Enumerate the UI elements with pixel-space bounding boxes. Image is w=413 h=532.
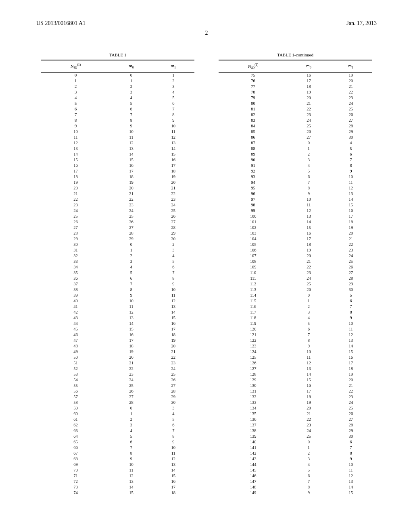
table-cell: 6 — [330, 298, 372, 304]
table-cell: 0 — [288, 293, 330, 298]
table-row: 232324 — [41, 202, 194, 208]
table-cell: 3 — [288, 157, 330, 163]
table-row: 445 — [41, 95, 194, 101]
table-cell: 12 — [110, 310, 152, 315]
table-row: 1001317 — [219, 214, 372, 219]
table-cell: 22 — [110, 197, 152, 202]
table-cell: 25 — [110, 383, 152, 389]
table-cell: 14 — [110, 321, 152, 326]
table-cell: 30 — [330, 434, 372, 439]
table-row: 3335 — [41, 259, 194, 264]
table-cell: 13 — [288, 214, 330, 219]
table-row: 145511 — [219, 468, 372, 473]
table-cell: 134 — [219, 405, 288, 411]
table-cell: 16 — [41, 163, 110, 168]
table-cell: 54 — [41, 377, 110, 383]
table-cell: 13 — [288, 366, 330, 372]
table-cell: 104 — [219, 236, 288, 242]
table-cell: 7 — [288, 479, 330, 484]
table-cell: 18 — [288, 242, 330, 247]
table-cell: 23 — [110, 372, 152, 377]
table-cell: 12 — [110, 140, 152, 146]
table-cell: 24 — [152, 366, 194, 372]
table-cell: 19 — [288, 247, 330, 253]
table-cell: 92 — [219, 168, 288, 174]
table-cell: 4 — [41, 95, 110, 101]
table-cell: 14 — [110, 484, 152, 490]
table-cell: 7 — [152, 270, 194, 276]
table-row: 202021 — [41, 185, 194, 191]
table-row: 1392530 — [219, 434, 372, 439]
table-cell: 78 — [219, 89, 288, 95]
table-cell: 13 — [152, 140, 194, 146]
table-row: 421214 — [41, 310, 194, 315]
table-row: 461618 — [41, 332, 194, 338]
table-cell: 8 — [110, 118, 152, 123]
table-cell: 15 — [330, 349, 372, 355]
table-cell: 66 — [41, 445, 110, 451]
table-cell: 5 — [152, 259, 194, 264]
patent-number: US 2013/0016801 A1 — [36, 20, 86, 27]
table-cell: 21 — [330, 84, 372, 89]
table-row: 121213 — [41, 140, 194, 146]
table-cell: 18 — [152, 168, 194, 174]
table-cell: 12 — [41, 140, 110, 146]
table-row: 14006 — [219, 439, 372, 445]
table-cell: 20 — [152, 343, 194, 349]
table-cell: 16 — [330, 208, 372, 214]
table-row: 3113 — [41, 247, 194, 253]
table-row: 6014 — [41, 411, 194, 417]
table-cell: 6 — [110, 276, 152, 281]
table-row: 491921 — [41, 349, 194, 355]
table-cell: 149 — [219, 490, 288, 496]
table-row: 1132630 — [219, 287, 372, 293]
table-cell: 107 — [219, 253, 288, 259]
table-row: 5903 — [41, 405, 194, 411]
table-cell: 11 — [330, 180, 372, 185]
table-cell: 6 — [330, 439, 372, 445]
table-cell: 1 — [110, 247, 152, 253]
table-cell: 13 — [110, 315, 152, 321]
table-cell: 22 — [288, 106, 330, 112]
table-cell: 46 — [41, 332, 110, 338]
table-cell: 30 — [330, 135, 372, 140]
table-row: 191920 — [41, 180, 194, 185]
table-row: 96913 — [219, 191, 372, 197]
table-cell: 19 — [152, 174, 194, 180]
table-row: 3446 — [41, 264, 194, 270]
table-cell: 29 — [330, 129, 372, 135]
table-cell: 72 — [41, 479, 110, 484]
table-row: 812225 — [219, 106, 372, 112]
table-cell: 7 — [110, 112, 152, 118]
table-cell: 4 — [152, 253, 194, 259]
table-cell: 2 — [288, 451, 330, 456]
table-cell: 6 — [152, 264, 194, 270]
table-cell: 26 — [152, 214, 194, 219]
table-row: 8815 — [219, 146, 372, 152]
table-cell: 28 — [41, 231, 110, 236]
table-row: 852629 — [219, 129, 372, 135]
table-cell: 5 — [110, 434, 152, 439]
table-cell: 25 — [330, 106, 372, 112]
col-header-m0: m0 — [288, 60, 330, 72]
table-cell: 19 — [110, 180, 152, 185]
table-cell: 118 — [219, 315, 288, 321]
table-cell: 13 — [152, 304, 194, 310]
table-cell: 5 — [288, 168, 330, 174]
table-cell: 129 — [219, 377, 288, 383]
table-cell: 12 — [330, 332, 372, 338]
table-cell: 24 — [330, 253, 372, 259]
table-cell: 17 — [152, 163, 194, 168]
table-cell: 15 — [288, 225, 330, 231]
table-cell: 14 — [41, 152, 110, 157]
table-row: 1352126 — [219, 411, 372, 417]
table-row: 761720 — [219, 78, 372, 84]
table-cell: 23 — [330, 95, 372, 101]
table-cell: 64 — [41, 434, 110, 439]
table-row: 522224 — [41, 366, 194, 372]
table-row: 556 — [41, 101, 194, 106]
table-cell: 68 — [41, 456, 110, 462]
left-column: TABLE 1 NID(1) m0 m1 0011122233344455566… — [41, 52, 194, 496]
table-cell: 17 — [288, 389, 330, 394]
table-cell: 1 — [41, 78, 110, 84]
